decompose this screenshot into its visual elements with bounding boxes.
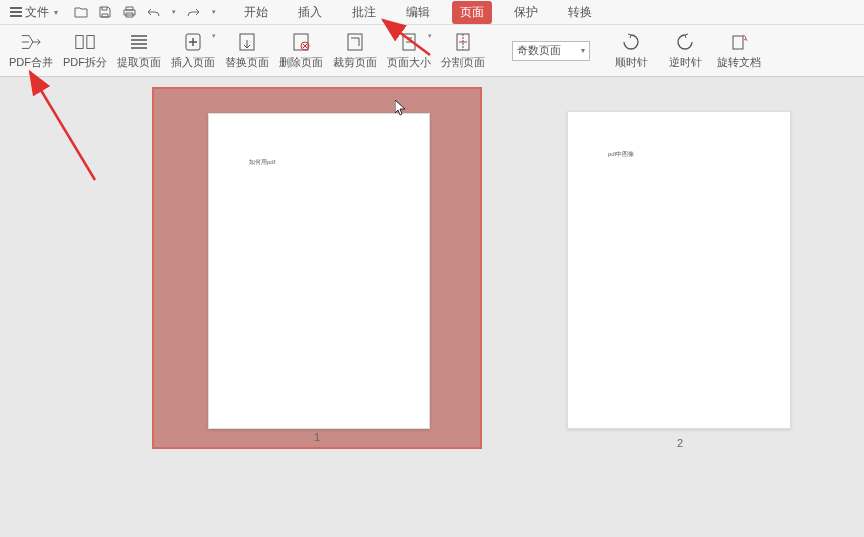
open-icon[interactable] (74, 5, 88, 19)
page1-number: 1 (314, 431, 320, 443)
chevron-down-icon: ▾ (54, 8, 58, 17)
rotate-doc-button[interactable]: 旋转文档 (712, 26, 766, 76)
rotate-ccw-label: 逆时针 (669, 55, 702, 70)
split-page-label: 分割页面 (441, 55, 485, 70)
replace-page-button[interactable]: 替换页面 (220, 26, 274, 76)
split-label: PDF拆分 (63, 55, 107, 70)
page1-content-text: 如何用pdf (249, 158, 275, 167)
tab-page[interactable]: 页面 (452, 1, 492, 24)
tab-convert[interactable]: 转换 (560, 1, 600, 24)
insert-page-icon (182, 32, 204, 52)
split-page-icon (452, 32, 474, 52)
chevron-down-icon: ▾ (581, 46, 585, 55)
print-icon[interactable] (122, 5, 136, 19)
replace-icon (236, 32, 258, 52)
delete-label: 删除页面 (279, 55, 323, 70)
rotate-ccw-button[interactable]: 逆时针 (658, 26, 712, 76)
page-thumbnail-1-selected[interactable]: 如何用pdf 1 (152, 87, 482, 449)
crop-label: 裁剪页面 (333, 55, 377, 70)
tab-protect[interactable]: 保护 (506, 1, 546, 24)
rotate-doc-icon (728, 32, 750, 52)
insert-page-button[interactable]: ▾ 插入页面 (166, 26, 220, 76)
svg-rect-9 (733, 36, 743, 49)
crop-page-button[interactable]: 裁剪页面 (328, 26, 382, 76)
delete-icon (290, 32, 312, 52)
svg-rect-6 (348, 34, 362, 50)
extract-page-button[interactable]: 提取页面 (112, 26, 166, 76)
delete-page-button[interactable]: 删除页面 (274, 26, 328, 76)
page-size-icon (398, 32, 420, 52)
pdf-split-button[interactable]: PDF拆分 (58, 26, 112, 76)
undo-dropdown-icon[interactable]: ▾ (172, 8, 176, 16)
rotate-cw-button[interactable]: 顺时针 (604, 26, 658, 76)
chevron-down-icon: ▾ (428, 32, 432, 40)
file-menu-label: 文件 (25, 4, 49, 21)
replace-label: 替换页面 (225, 55, 269, 70)
insert-page-label: 插入页面 (171, 55, 215, 70)
rotate-cw-icon (620, 32, 642, 52)
quick-access-toolbar: ▾ ▾ (74, 5, 216, 19)
page2-number: 2 (677, 437, 683, 449)
select-value: 奇数页面 (517, 43, 561, 58)
page-filter-select-wrap: 奇数页面 ▾ (512, 41, 590, 61)
merge-icon (20, 32, 42, 52)
file-menu[interactable]: 文件 ▾ (6, 2, 62, 23)
ribbon-tabs: 开始 插入 批注 编辑 页面 保护 转换 (236, 1, 600, 24)
page-thumbnail-2[interactable]: pdf中图像 (567, 111, 791, 429)
extract-icon (128, 32, 150, 52)
ribbon: PDF合并 PDF拆分 提取页面 ▾ 插入页面 替换页面 删除页面 (0, 25, 864, 77)
page2-content-text: pdf中图像 (608, 150, 634, 159)
page-size-button[interactable]: ▾ 页面大小 (382, 26, 436, 76)
redo-icon[interactable] (186, 5, 200, 19)
rotate-doc-label: 旋转文档 (717, 55, 761, 70)
svg-rect-1 (87, 35, 94, 48)
split-icon (74, 32, 96, 52)
rotate-ccw-icon (674, 32, 696, 52)
svg-rect-0 (76, 35, 83, 48)
tab-comment[interactable]: 批注 (344, 1, 384, 24)
tab-edit[interactable]: 编辑 (398, 1, 438, 24)
pdf-merge-button[interactable]: PDF合并 (4, 26, 58, 76)
page-size-label: 页面大小 (387, 55, 431, 70)
tab-insert[interactable]: 插入 (290, 1, 330, 24)
page-filter-select[interactable]: 奇数页面 ▾ (512, 41, 590, 61)
hamburger-icon (10, 7, 22, 17)
chevron-down-icon: ▾ (212, 32, 216, 40)
top-bar: 文件 ▾ ▾ ▾ 开始 插入 批注 编辑 页面 保护 转换 (0, 0, 864, 25)
split-page-button[interactable]: 分割页面 (436, 26, 490, 76)
redo-dropdown-icon[interactable]: ▾ (212, 8, 216, 16)
page-thumbnails-area: 如何用pdf 1 pdf中图像 2 (0, 77, 864, 537)
tab-start[interactable]: 开始 (236, 1, 276, 24)
extract-label: 提取页面 (117, 55, 161, 70)
undo-icon[interactable] (146, 5, 160, 19)
rotate-cw-label: 顺时针 (615, 55, 648, 70)
crop-icon (344, 32, 366, 52)
page-thumbnail-1: 如何用pdf (208, 113, 430, 429)
save-icon[interactable] (98, 5, 112, 19)
merge-label: PDF合并 (9, 55, 53, 70)
